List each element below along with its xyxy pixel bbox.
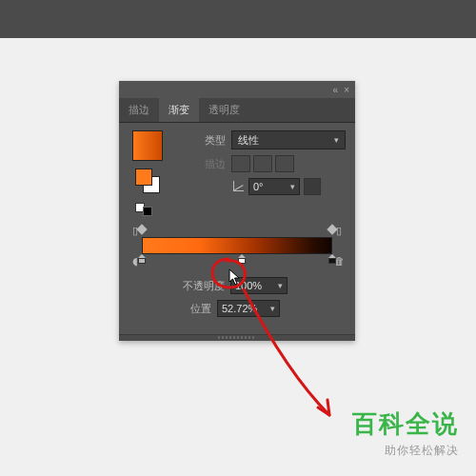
fill-stroke-swatch[interactable] [135, 169, 160, 193]
angle-value: 0° [253, 181, 264, 192]
panel-body: 类型 线性 ▾ 描边 [119, 123, 355, 334]
chevron-down-icon: ▾ [334, 135, 339, 145]
stroke-mode-2[interactable] [253, 155, 272, 172]
location-value: 52.72% [222, 303, 257, 314]
panel-header: « × [119, 81, 355, 98]
fill-swatch[interactable] [135, 169, 152, 186]
opacity-value: 100% [235, 280, 262, 291]
angle-input[interactable]: 0° ▾ [248, 178, 300, 195]
close-icon[interactable]: × [344, 85, 349, 95]
swatch-column [129, 130, 167, 216]
stroke-mode-3[interactable] [275, 155, 294, 172]
panel-resize-grip[interactable] [119, 334, 355, 341]
opacity-stop-track[interactable] [142, 226, 332, 235]
gradient-editor: ▯ ▯ ◖ 🗑 [129, 224, 346, 268]
watermark-subtitle: 助你轻松解决 [352, 443, 459, 459]
opacity-input[interactable]: 100% ▾ [230, 277, 288, 294]
stroke-mode-1[interactable] [231, 155, 250, 172]
color-stop-track[interactable] [142, 254, 332, 268]
type-label: 类型 [172, 133, 226, 148]
color-stop-selected[interactable] [238, 254, 246, 264]
angle-icon [231, 180, 245, 193]
chevron-down-icon: ▾ [278, 281, 283, 290]
aspect-lock-icon[interactable] [304, 178, 321, 195]
watermark-title: 百科全说 [352, 407, 459, 441]
gradient-bar[interactable] [142, 237, 332, 254]
tab-gradient[interactable]: 渐变 [159, 98, 199, 122]
location-input[interactable]: 52.72% ▾ [217, 300, 280, 317]
color-stop[interactable] [328, 254, 336, 264]
app-topbar [0, 0, 476, 38]
type-select[interactable]: 线性 ▾ [231, 130, 346, 149]
watermark: 百科全说 助你轻松解决 [352, 407, 459, 459]
panel-tabs: 描边 渐变 透明度 [119, 98, 355, 123]
color-stop[interactable] [138, 254, 146, 264]
location-label: 位置 [190, 302, 211, 316]
opacity-label: 不透明度 [183, 279, 225, 293]
type-select-value: 线性 [238, 133, 259, 148]
chevron-down-icon: ▾ [290, 182, 295, 191]
collapse-icon[interactable]: « [333, 85, 339, 95]
reverse-gradient-icon[interactable] [135, 203, 152, 216]
gradient-preview-swatch[interactable] [132, 130, 163, 161]
stroke-apply-buttons [231, 155, 294, 172]
chevron-down-icon: ▾ [270, 304, 275, 313]
stroke-apply-label: 描边 [172, 157, 226, 171]
gradient-panel: « × 描边 渐变 透明度 类型 线性 [119, 81, 355, 341]
tab-stroke[interactable]: 描边 [119, 98, 159, 122]
tab-transparency[interactable]: 透明度 [199, 98, 249, 122]
